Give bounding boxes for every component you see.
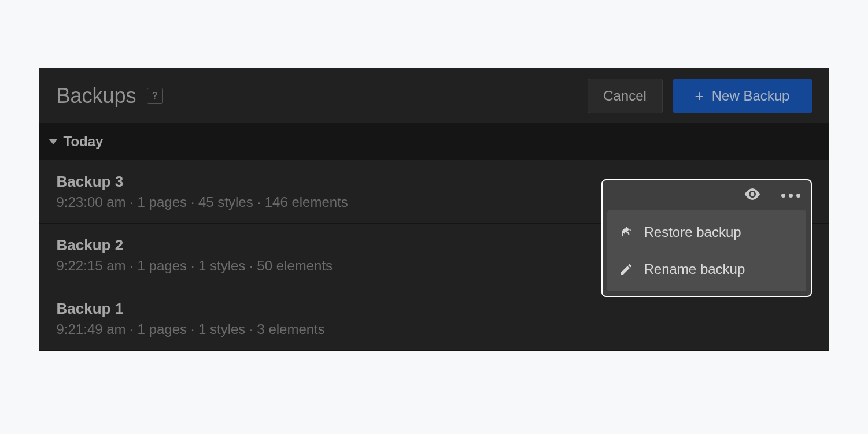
restore-backup-menu-item[interactable]: Restore backup — [607, 214, 806, 251]
cancel-button[interactable]: Cancel — [588, 79, 663, 113]
rename-backup-menu-item[interactable]: Rename backup — [607, 251, 806, 288]
new-backup-button-label: New Backup — [712, 88, 790, 104]
backups-panel: Backups ? Cancel + New Backup Today Back… — [39, 68, 829, 351]
popover-menu: Restore backup Rename backup — [607, 210, 806, 291]
plus-icon: + — [695, 88, 704, 103]
undo-icon — [619, 225, 634, 240]
help-icon[interactable]: ? — [147, 88, 163, 104]
preview-icon[interactable] — [743, 185, 762, 206]
panel-title: Backups — [57, 84, 136, 108]
popover-header — [603, 180, 811, 210]
cancel-button-label: Cancel — [603, 88, 647, 104]
section-label: Today — [64, 133, 104, 150]
pencil-icon — [619, 262, 634, 277]
backup-meta: 9:21:49 am · 1 pages · 1 styles · 3 elem… — [57, 321, 812, 337]
section-header-today[interactable]: Today — [39, 123, 829, 160]
new-backup-button[interactable]: + New Backup — [673, 79, 812, 113]
restore-backup-label: Restore backup — [644, 224, 741, 240]
backup-actions-popover: Restore backup Rename backup — [601, 179, 812, 297]
chevron-down-icon — [49, 139, 58, 144]
more-options-icon[interactable] — [781, 194, 800, 198]
help-glyph: ? — [152, 91, 158, 101]
backup-name: Backup 1 — [57, 300, 812, 318]
panel-header: Backups ? Cancel + New Backup — [39, 68, 829, 123]
rename-backup-label: Rename backup — [644, 261, 745, 277]
